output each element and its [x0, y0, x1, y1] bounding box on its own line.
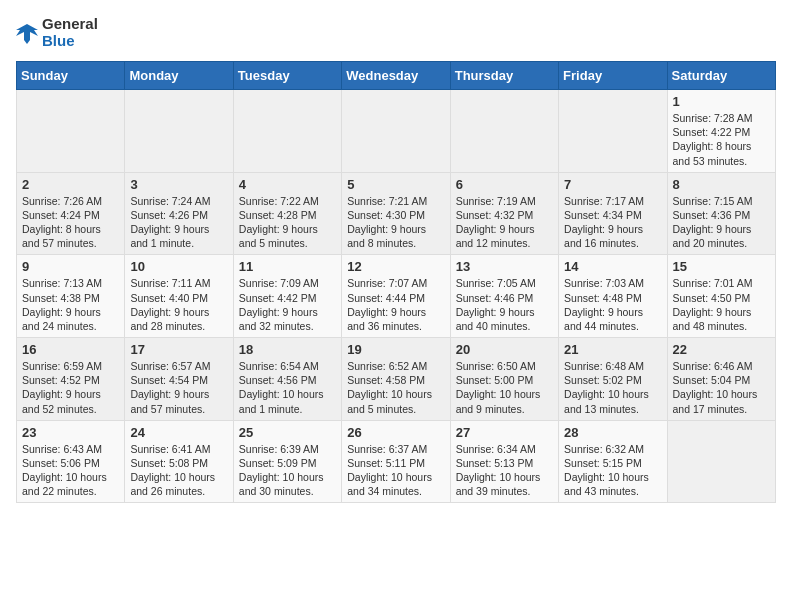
- weekday-header-tuesday: Tuesday: [233, 62, 341, 90]
- svg-marker-0: [16, 24, 38, 44]
- weekday-header-row: SundayMondayTuesdayWednesdayThursdayFrid…: [17, 62, 776, 90]
- day-info: Sunrise: 7:24 AM Sunset: 4:26 PM Dayligh…: [130, 195, 210, 250]
- day-cell: 13Sunrise: 7:05 AM Sunset: 4:46 PM Dayli…: [450, 255, 558, 338]
- day-number: 19: [347, 342, 444, 357]
- day-cell: [125, 90, 233, 173]
- day-cell: [450, 90, 558, 173]
- day-info: Sunrise: 6:48 AM Sunset: 5:02 PM Dayligh…: [564, 360, 649, 415]
- day-cell: 24Sunrise: 6:41 AM Sunset: 5:08 PM Dayli…: [125, 420, 233, 503]
- day-number: 7: [564, 177, 661, 192]
- day-cell: 3Sunrise: 7:24 AM Sunset: 4:26 PM Daylig…: [125, 172, 233, 255]
- day-info: Sunrise: 6:46 AM Sunset: 5:04 PM Dayligh…: [673, 360, 758, 415]
- day-cell: 10Sunrise: 7:11 AM Sunset: 4:40 PM Dayli…: [125, 255, 233, 338]
- day-number: 16: [22, 342, 119, 357]
- day-number: 24: [130, 425, 227, 440]
- week-row-3: 16Sunrise: 6:59 AM Sunset: 4:52 PM Dayli…: [17, 338, 776, 421]
- logo-bird-icon: [16, 22, 38, 44]
- day-cell: [233, 90, 341, 173]
- day-number: 14: [564, 259, 661, 274]
- day-cell: 20Sunrise: 6:50 AM Sunset: 5:00 PM Dayli…: [450, 338, 558, 421]
- logo-general: General: [42, 16, 98, 33]
- day-info: Sunrise: 7:13 AM Sunset: 4:38 PM Dayligh…: [22, 277, 102, 332]
- day-cell: 5Sunrise: 7:21 AM Sunset: 4:30 PM Daylig…: [342, 172, 450, 255]
- day-info: Sunrise: 7:11 AM Sunset: 4:40 PM Dayligh…: [130, 277, 210, 332]
- day-info: Sunrise: 7:17 AM Sunset: 4:34 PM Dayligh…: [564, 195, 644, 250]
- day-cell: 12Sunrise: 7:07 AM Sunset: 4:44 PM Dayli…: [342, 255, 450, 338]
- day-number: 22: [673, 342, 770, 357]
- day-info: Sunrise: 6:37 AM Sunset: 5:11 PM Dayligh…: [347, 443, 432, 498]
- day-cell: 22Sunrise: 6:46 AM Sunset: 5:04 PM Dayli…: [667, 338, 775, 421]
- day-cell: 1Sunrise: 7:28 AM Sunset: 4:22 PM Daylig…: [667, 90, 775, 173]
- day-number: 2: [22, 177, 119, 192]
- day-info: Sunrise: 6:39 AM Sunset: 5:09 PM Dayligh…: [239, 443, 324, 498]
- day-number: 9: [22, 259, 119, 274]
- day-info: Sunrise: 7:03 AM Sunset: 4:48 PM Dayligh…: [564, 277, 644, 332]
- day-number: 6: [456, 177, 553, 192]
- day-info: Sunrise: 7:07 AM Sunset: 4:44 PM Dayligh…: [347, 277, 427, 332]
- day-cell: [667, 420, 775, 503]
- logo-blue: Blue: [42, 33, 98, 50]
- week-row-2: 9Sunrise: 7:13 AM Sunset: 4:38 PM Daylig…: [17, 255, 776, 338]
- day-number: 10: [130, 259, 227, 274]
- day-cell: [559, 90, 667, 173]
- day-cell: 14Sunrise: 7:03 AM Sunset: 4:48 PM Dayli…: [559, 255, 667, 338]
- day-info: Sunrise: 7:15 AM Sunset: 4:36 PM Dayligh…: [673, 195, 753, 250]
- day-cell: 28Sunrise: 6:32 AM Sunset: 5:15 PM Dayli…: [559, 420, 667, 503]
- weekday-header-thursday: Thursday: [450, 62, 558, 90]
- weekday-header-saturday: Saturday: [667, 62, 775, 90]
- day-cell: [342, 90, 450, 173]
- weekday-header-wednesday: Wednesday: [342, 62, 450, 90]
- day-info: Sunrise: 6:41 AM Sunset: 5:08 PM Dayligh…: [130, 443, 215, 498]
- logo: General Blue: [16, 16, 98, 49]
- day-number: 8: [673, 177, 770, 192]
- day-number: 26: [347, 425, 444, 440]
- day-number: 4: [239, 177, 336, 192]
- day-cell: 9Sunrise: 7:13 AM Sunset: 4:38 PM Daylig…: [17, 255, 125, 338]
- day-info: Sunrise: 7:19 AM Sunset: 4:32 PM Dayligh…: [456, 195, 536, 250]
- day-number: 17: [130, 342, 227, 357]
- day-cell: 8Sunrise: 7:15 AM Sunset: 4:36 PM Daylig…: [667, 172, 775, 255]
- day-info: Sunrise: 6:34 AM Sunset: 5:13 PM Dayligh…: [456, 443, 541, 498]
- day-info: Sunrise: 6:57 AM Sunset: 4:54 PM Dayligh…: [130, 360, 210, 415]
- day-info: Sunrise: 7:22 AM Sunset: 4:28 PM Dayligh…: [239, 195, 319, 250]
- day-info: Sunrise: 7:21 AM Sunset: 4:30 PM Dayligh…: [347, 195, 427, 250]
- week-row-0: 1Sunrise: 7:28 AM Sunset: 4:22 PM Daylig…: [17, 90, 776, 173]
- day-number: 13: [456, 259, 553, 274]
- day-info: Sunrise: 7:28 AM Sunset: 4:22 PM Dayligh…: [673, 112, 753, 167]
- day-number: 1: [673, 94, 770, 109]
- day-info: Sunrise: 6:43 AM Sunset: 5:06 PM Dayligh…: [22, 443, 107, 498]
- day-number: 23: [22, 425, 119, 440]
- day-number: 18: [239, 342, 336, 357]
- week-row-1: 2Sunrise: 7:26 AM Sunset: 4:24 PM Daylig…: [17, 172, 776, 255]
- day-info: Sunrise: 6:52 AM Sunset: 4:58 PM Dayligh…: [347, 360, 432, 415]
- day-cell: 6Sunrise: 7:19 AM Sunset: 4:32 PM Daylig…: [450, 172, 558, 255]
- day-cell: 23Sunrise: 6:43 AM Sunset: 5:06 PM Dayli…: [17, 420, 125, 503]
- weekday-header-monday: Monday: [125, 62, 233, 90]
- day-number: 11: [239, 259, 336, 274]
- day-number: 20: [456, 342, 553, 357]
- day-number: 21: [564, 342, 661, 357]
- day-cell: 18Sunrise: 6:54 AM Sunset: 4:56 PM Dayli…: [233, 338, 341, 421]
- day-info: Sunrise: 7:01 AM Sunset: 4:50 PM Dayligh…: [673, 277, 753, 332]
- weekday-header-sunday: Sunday: [17, 62, 125, 90]
- day-number: 27: [456, 425, 553, 440]
- day-cell: 21Sunrise: 6:48 AM Sunset: 5:02 PM Dayli…: [559, 338, 667, 421]
- day-cell: 19Sunrise: 6:52 AM Sunset: 4:58 PM Dayli…: [342, 338, 450, 421]
- day-cell: 26Sunrise: 6:37 AM Sunset: 5:11 PM Dayli…: [342, 420, 450, 503]
- day-cell: 27Sunrise: 6:34 AM Sunset: 5:13 PM Dayli…: [450, 420, 558, 503]
- day-info: Sunrise: 7:05 AM Sunset: 4:46 PM Dayligh…: [456, 277, 536, 332]
- day-cell: 7Sunrise: 7:17 AM Sunset: 4:34 PM Daylig…: [559, 172, 667, 255]
- day-number: 5: [347, 177, 444, 192]
- day-number: 28: [564, 425, 661, 440]
- day-cell: 15Sunrise: 7:01 AM Sunset: 4:50 PM Dayli…: [667, 255, 775, 338]
- day-cell: 25Sunrise: 6:39 AM Sunset: 5:09 PM Dayli…: [233, 420, 341, 503]
- day-number: 3: [130, 177, 227, 192]
- weekday-header-friday: Friday: [559, 62, 667, 90]
- day-info: Sunrise: 7:09 AM Sunset: 4:42 PM Dayligh…: [239, 277, 319, 332]
- day-info: Sunrise: 6:32 AM Sunset: 5:15 PM Dayligh…: [564, 443, 649, 498]
- day-cell: 17Sunrise: 6:57 AM Sunset: 4:54 PM Dayli…: [125, 338, 233, 421]
- day-number: 15: [673, 259, 770, 274]
- day-cell: [17, 90, 125, 173]
- header: General Blue: [16, 16, 776, 49]
- day-info: Sunrise: 6:59 AM Sunset: 4:52 PM Dayligh…: [22, 360, 102, 415]
